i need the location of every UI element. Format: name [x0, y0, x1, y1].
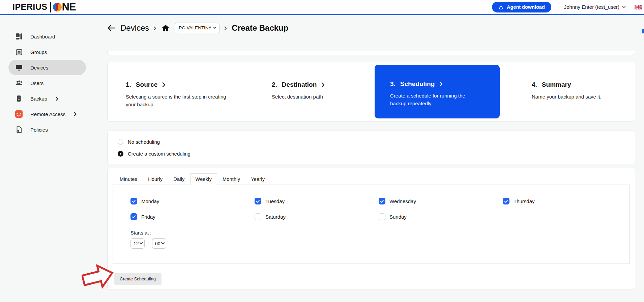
device-select[interactable]: PC-VALENTINA3T	[175, 23, 219, 33]
iperius-one-logo: IPERIUS NE	[12, 1, 76, 13]
chevron-right-icon	[224, 26, 227, 30]
step-scheduling-highlight: 3. Scheduling Create a schedule for runn…	[375, 65, 500, 118]
scheduler-card: Minutes Hourly Daily Weekly Monthly Year…	[107, 168, 635, 290]
weekly-panel: Monday Tuesday Wednesday Thursday Friday	[113, 185, 630, 264]
radio-no-scheduling[interactable]: No scheduling	[118, 136, 635, 148]
step-description: Selecting a source is the first step in …	[126, 93, 227, 108]
download-icon	[498, 4, 504, 10]
logo-text-one: NE	[62, 1, 76, 13]
day-label: Monday	[141, 198, 159, 204]
checkbox-thursday[interactable]: Thursday	[503, 198, 627, 204]
create-scheduling-button[interactable]: Create Scheduling	[114, 273, 162, 285]
chevron-right-icon	[439, 81, 443, 87]
language-selector[interactable]	[635, 5, 644, 9]
tab-daily[interactable]: Daily	[168, 173, 190, 185]
page-title: Create Backup	[232, 23, 288, 33]
day-label: Thursday	[514, 198, 535, 204]
start-time-row: 12 : 00	[130, 238, 630, 249]
chevron-down-icon	[622, 6, 626, 8]
chevron-right-icon	[56, 97, 58, 101]
step-number: 3.	[390, 80, 396, 88]
step-scheduling-active[interactable]: 3. Scheduling Create a schedule for runn…	[371, 62, 503, 121]
radio-label: Create a custom scheduling	[128, 151, 191, 157]
step-destination[interactable]: 2. Destination Select destination path	[239, 62, 371, 121]
logo-globe-icon	[53, 3, 62, 11]
sidebar-item-label: Dashboard	[30, 34, 55, 39]
logo-divider	[50, 2, 51, 12]
step-title: Destination	[282, 81, 317, 88]
sidebar-item-groups[interactable]: Groups	[0, 44, 96, 60]
checkbox-unchecked-icon[interactable]	[379, 213, 385, 220]
breadcrumb: Devices PC-VALENTINA3T Create Backup	[107, 20, 635, 35]
sidebar-nav: Dashboard Groups Devices Users Backup Re…	[0, 15, 96, 137]
day-label: Wednesday	[389, 198, 416, 204]
radio-custom-scheduling[interactable]: Create a custom scheduling	[118, 148, 635, 160]
dashboard-icon	[15, 33, 23, 40]
checkbox-monday[interactable]: Monday	[130, 198, 255, 204]
sidebar-item-label: Remote Access	[30, 111, 65, 117]
step-title: Summary	[542, 81, 571, 88]
day-label: Saturday	[265, 214, 286, 220]
checkbox-checked-icon[interactable]	[255, 198, 261, 204]
home-icon[interactable]	[161, 24, 170, 32]
step-number: 4.	[532, 81, 537, 88]
starts-at-label: Starts at :	[130, 230, 630, 236]
scheduler-tabs: Minutes Hourly Daily Weekly Monthly Year…	[114, 173, 635, 185]
checkbox-checked-icon[interactable]	[379, 198, 385, 204]
checkbox-sunday[interactable]: Sunday	[379, 213, 503, 220]
step-title: Scheduling	[400, 80, 435, 88]
sidebar-item-label: Users	[30, 80, 43, 86]
checkbox-checked-icon[interactable]	[503, 198, 509, 204]
check-icon	[132, 199, 136, 203]
sidebar-item-users[interactable]: Users	[0, 75, 96, 91]
hour-select[interactable]: 12	[130, 238, 145, 249]
day-label: Tuesday	[265, 198, 285, 204]
checkbox-saturday[interactable]: Saturday	[255, 213, 379, 220]
step-number: 1.	[126, 81, 131, 88]
top-header: IPERIUS NE Agent download Johnny Enter (…	[0, 0, 644, 15]
step-number: 2.	[272, 81, 277, 88]
checkbox-unchecked-icon[interactable]	[255, 213, 261, 220]
step-summary[interactable]: 4. Summary Name your backup and save it.	[503, 62, 635, 121]
sidebar-item-devices[interactable]: Devices	[8, 60, 86, 75]
devices-icon	[15, 64, 23, 71]
chevron-right-icon	[154, 26, 156, 30]
tab-yearly[interactable]: Yearly	[245, 173, 270, 185]
sidebar-item-label: Policies	[30, 127, 48, 133]
sidebar-item-label: Groups	[30, 49, 47, 55]
user-menu[interactable]: Johnny Enter (test_user)	[564, 4, 626, 10]
checkbox-wednesday[interactable]: Wednesday	[379, 198, 503, 204]
sidebar-item-remote-access[interactable]: Remote Access	[0, 106, 96, 122]
sidebar-item-backup[interactable]: Backup	[0, 91, 96, 106]
sidebar-item-dashboard[interactable]: Dashboard	[0, 29, 96, 44]
tab-hourly[interactable]: Hourly	[143, 173, 168, 185]
radio-unchecked-icon[interactable]	[118, 139, 123, 145]
checkbox-checked-icon[interactable]	[130, 213, 137, 220]
backup-icon	[15, 95, 23, 102]
step-description: Name your backup and save it.	[532, 93, 625, 101]
tab-minutes[interactable]: Minutes	[114, 173, 143, 185]
check-icon	[380, 199, 384, 203]
checkbox-tuesday[interactable]: Tuesday	[255, 198, 379, 204]
uk-flag-icon	[635, 5, 642, 9]
groups-icon	[15, 49, 23, 55]
step-source[interactable]: 1. Source Selecting a source is the firs…	[108, 62, 239, 121]
radio-checked-icon[interactable]	[118, 151, 123, 157]
minute-select[interactable]: 00	[152, 238, 166, 249]
chevron-right-icon	[321, 82, 325, 87]
device-selector: PC-VALENTINA3T	[175, 23, 219, 33]
user-menu-label: Johnny Enter (test_user)	[564, 4, 619, 10]
sidebar-item-policies[interactable]: Policies	[0, 122, 96, 137]
weekday-checkbox-grid: Monday Tuesday Wednesday Thursday Friday	[130, 198, 630, 220]
breadcrumb-devices-link[interactable]: Devices	[120, 23, 149, 33]
tab-monthly[interactable]: Monthly	[217, 173, 245, 185]
back-arrow-icon[interactable]	[107, 24, 116, 32]
check-icon	[132, 215, 136, 219]
wizard-steps-card: 1. Source Selecting a source is the firs…	[107, 62, 635, 121]
policies-icon	[15, 126, 23, 133]
checkbox-friday[interactable]: Friday	[130, 213, 255, 220]
remote-access-icon	[15, 110, 23, 118]
tab-weekly[interactable]: Weekly	[190, 173, 217, 185]
agent-download-button[interactable]: Agent download	[492, 2, 551, 12]
checkbox-checked-icon[interactable]	[130, 198, 137, 204]
